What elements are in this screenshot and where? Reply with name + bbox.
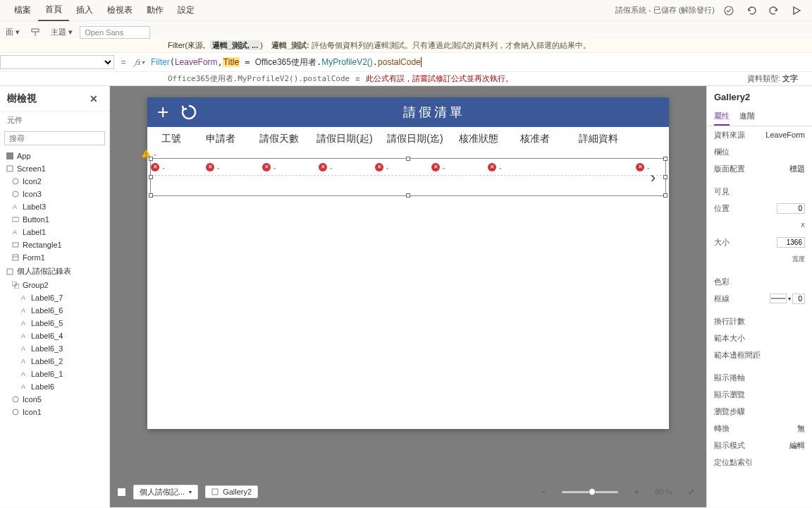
properties-tab[interactable]: 屬性: [714, 108, 730, 126]
transition-value[interactable]: 無: [797, 423, 805, 434]
datasource-value[interactable]: LeaveForm: [765, 131, 805, 139]
tree-item[interactable]: Icon1: [0, 406, 109, 418]
show-nav-label: 顯示瀏覽: [714, 389, 745, 400]
tree-item[interactable]: Rectangle1: [0, 238, 109, 251]
menu-file[interactable]: 檔案: [7, 0, 38, 20]
breadcrumb-control[interactable]: Gallery2: [205, 485, 258, 498]
property-select[interactable]: [0, 55, 114, 69]
menu-insert[interactable]: 插入: [69, 0, 100, 20]
breadcrumb-screen[interactable]: 個人請假記... ▾: [133, 485, 198, 500]
tree-item[interactable]: ALabel6_2: [0, 355, 109, 368]
border-width-input[interactable]: [792, 294, 805, 304]
label-icon: A: [20, 344, 28, 353]
menu-view[interactable]: 檢視表: [100, 0, 140, 20]
canvas-area: + 請假清單 工號申請者請假天數請假日期(起)請假日期(迄)核准狀態核准者詳細資…: [110, 86, 706, 507]
menu-action[interactable]: 動作: [140, 0, 171, 20]
tree-item[interactable]: Screen1: [0, 162, 109, 175]
tree-item[interactable]: Icon5: [0, 393, 109, 406]
display-mode-value[interactable]: 編輯: [789, 440, 805, 451]
error-badge[interactable]: ✕⌄: [375, 163, 390, 171]
error-badge[interactable]: ✕⌄: [431, 163, 447, 171]
svg-rect-14: [15, 284, 19, 289]
font-select[interactable]: [80, 26, 150, 39]
menu-home[interactable]: 首頁: [38, 0, 69, 21]
layout-value[interactable]: 標題: [789, 164, 805, 174]
tree-item[interactable]: ALabel1: [0, 226, 109, 238]
svg-text:A: A: [13, 203, 17, 210]
error-badge[interactable]: ✕⌄: [151, 163, 166, 171]
tree-item[interactable]: ALabel6_7: [0, 291, 109, 304]
position-x-input[interactable]: [777, 203, 805, 214]
equals-label: =: [118, 57, 128, 67]
svg-rect-7: [12, 217, 19, 222]
tree-item[interactable]: Group2: [0, 279, 109, 291]
undo-icon[interactable]: [743, 2, 760, 19]
icon-icon: [11, 408, 20, 416]
properties-panel: Gallery2 屬性 進階 資料來源LeaveForm 欄位 版面配置標題 可…: [706, 86, 812, 507]
screen-icon: [6, 267, 14, 276]
formula-input[interactable]: Filter(LeaveForm,Title = Office365使用者.My…: [151, 56, 812, 68]
components-label: 元件: [0, 112, 109, 128]
error-badge[interactable]: ✕⌄: [319, 163, 334, 171]
svg-text:A: A: [21, 307, 25, 314]
fx-icon[interactable]: 𝑓𝑥 ▾: [128, 57, 151, 67]
tree-item[interactable]: ALabel6: [0, 380, 109, 393]
rect-icon: [11, 241, 20, 249]
border-style-select[interactable]: [770, 294, 787, 303]
menu-settings[interactable]: 設定: [171, 0, 202, 20]
chevron-down-icon[interactable]: ⌄: [152, 150, 158, 157]
chevron-right-icon[interactable]: ›: [651, 169, 656, 187]
tree-item[interactable]: App: [0, 150, 109, 162]
border-label: 框線: [714, 294, 730, 304]
tree-item[interactable]: ALabel6_1: [0, 368, 109, 380]
fields-label: 欄位: [714, 147, 730, 157]
svg-text:A: A: [21, 332, 25, 339]
tree-item[interactable]: ALabel3: [0, 200, 109, 213]
tree-item[interactable]: Icon2: [0, 175, 109, 188]
add-icon[interactable]: +: [157, 101, 168, 123]
app-canvas[interactable]: + 請假清單 工號申請者請假天數請假日期(起)請假日期(迄)核准狀態核准者詳細資…: [147, 97, 669, 429]
color-label: 色彩: [714, 277, 730, 287]
error-badge[interactable]: ✕⌄: [636, 163, 651, 171]
zoom-slider[interactable]: [562, 491, 618, 493]
format-label: 面 ▾: [6, 27, 20, 37]
size-w-input[interactable]: [777, 237, 805, 248]
play-icon[interactable]: [788, 2, 805, 19]
label-icon: A: [20, 319, 28, 327]
selected-control-name: Gallery2: [707, 86, 812, 108]
format-painter-icon[interactable]: [27, 24, 44, 41]
tree-item[interactable]: Form1: [0, 251, 109, 264]
label-icon: A: [11, 228, 20, 236]
zoom-out-icon[interactable]: −: [535, 483, 552, 500]
breadcrumb-checkbox[interactable]: [117, 488, 126, 497]
error-badge[interactable]: ✕⌄: [488, 163, 503, 171]
tree-item[interactable]: ALabel6_4: [0, 329, 109, 342]
redo-icon[interactable]: [765, 2, 782, 19]
theme-label[interactable]: 主題 ▾: [51, 27, 73, 37]
zoom-in-icon[interactable]: +: [628, 483, 645, 500]
error-badge[interactable]: ✕⌄: [262, 163, 278, 171]
tree-item[interactable]: Icon3: [0, 188, 109, 200]
refresh-icon[interactable]: [180, 103, 198, 121]
column-header: 詳細資料: [563, 133, 634, 145]
size-label: 大小: [714, 237, 730, 248]
column-header: 工號: [150, 133, 192, 145]
tree-item[interactable]: 個人請假記錄表: [0, 264, 109, 279]
svg-text:A: A: [21, 383, 25, 390]
svg-text:A: A: [21, 358, 25, 365]
search-input[interactable]: [4, 131, 105, 145]
display-mode-label: 顯示模式: [714, 440, 745, 451]
tree-item[interactable]: ALabel6_3: [0, 342, 109, 355]
column-header: 核准者: [507, 133, 563, 145]
gallery-row[interactable]: ✕⌄✕⌄✕⌄✕⌄✕⌄✕⌄✕⌄✕⌄: [151, 159, 665, 176]
tree-item[interactable]: ALabel6_5: [0, 317, 109, 329]
close-icon[interactable]: ✕: [85, 90, 102, 107]
gallery-selection[interactable]: ! ⌄ ✕⌄✕⌄✕⌄✕⌄✕⌄✕⌄✕⌄✕⌄ ›: [150, 158, 666, 196]
fit-icon[interactable]: ⤢: [682, 483, 699, 500]
tree-item[interactable]: ALabel6_6: [0, 304, 109, 317]
error-badge[interactable]: ✕⌄: [206, 163, 221, 171]
advanced-tab[interactable]: 進階: [739, 108, 755, 126]
tree-item[interactable]: Button1: [0, 213, 109, 226]
icon-icon: [11, 395, 20, 404]
health-icon[interactable]: [720, 2, 737, 19]
